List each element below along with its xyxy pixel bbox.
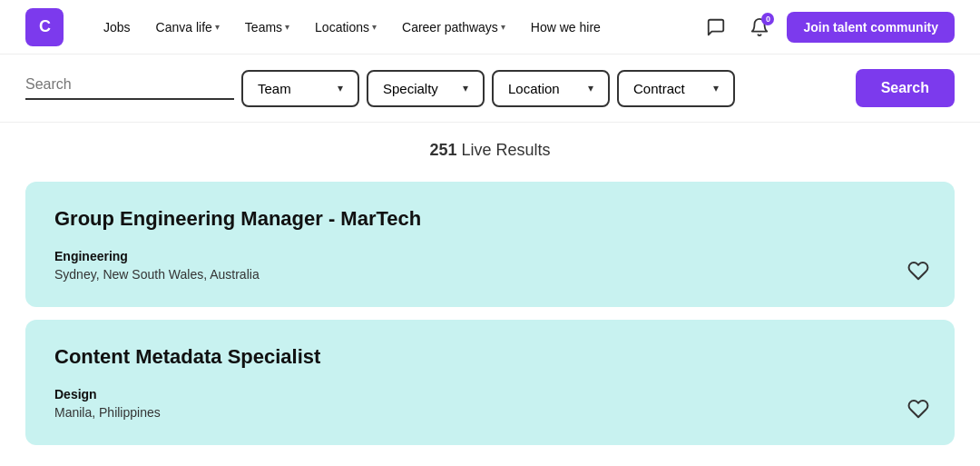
search-input-wrap[interactable]	[25, 76, 234, 100]
team-dropdown[interactable]: Team ▾	[241, 70, 359, 107]
chevron-down-icon: ▾	[372, 22, 377, 32]
specialty-dropdown[interactable]: Specialty ▾	[367, 70, 485, 107]
notification-badge: 0	[761, 13, 774, 25]
job-location-2: Manila, Philippines	[54, 405, 926, 420]
message-icon-button[interactable]	[700, 11, 732, 44]
results-label: Live Results	[462, 141, 551, 159]
join-talent-community-button[interactable]: Join talent community	[787, 12, 955, 43]
results-area: 251 Live Results Group Engineering Manag…	[0, 123, 980, 466]
chevron-down-icon: ▾	[463, 82, 468, 94]
chevron-down-icon: ▾	[338, 82, 343, 94]
nav-career-pathways[interactable]: Career pathways ▾	[391, 15, 516, 40]
job-title-1: Group Engineering Manager - MarTech	[54, 207, 926, 231]
nav-teams[interactable]: Teams ▾	[234, 15, 300, 40]
job-department-1: Engineering	[54, 249, 926, 263]
results-count: 251 Live Results	[25, 141, 955, 160]
logo[interactable]: C	[25, 8, 64, 46]
notification-icon-button[interactable]: 0	[743, 11, 776, 44]
navbar: C Jobs Canva life ▾ Teams ▾ Locations ▾ …	[0, 0, 980, 55]
chevron-down-icon: ▾	[501, 22, 505, 32]
save-job-button-2[interactable]	[907, 398, 929, 423]
contract-dropdown[interactable]: Contract ▾	[617, 70, 735, 107]
chevron-down-icon: ▾	[215, 22, 220, 32]
nav-links: Jobs Canva life ▾ Teams ▾ Locations ▾ Ca…	[93, 15, 700, 40]
nav-right: 0 Join talent community	[700, 11, 955, 44]
job-card-2[interactable]: Content Metadata Specialist Design Manil…	[25, 320, 955, 445]
nav-jobs[interactable]: Jobs	[93, 15, 142, 40]
chevron-down-icon: ▾	[285, 22, 289, 32]
job-department-2: Design	[54, 387, 926, 402]
chevron-down-icon: ▾	[713, 82, 719, 94]
job-card-1[interactable]: Group Engineering Manager - MarTech Engi…	[25, 182, 955, 307]
job-location-1: Sydney, New South Wales, Australia	[54, 267, 926, 282]
search-input[interactable]	[25, 76, 234, 93]
nav-canva-life[interactable]: Canva life ▾	[145, 15, 230, 40]
chevron-down-icon: ▾	[588, 82, 593, 94]
nav-how-we-hire[interactable]: How we hire	[520, 15, 612, 40]
location-dropdown[interactable]: Location ▾	[492, 70, 610, 107]
results-number: 251	[429, 141, 456, 159]
search-button[interactable]: Search	[856, 69, 955, 107]
filter-bar: Team ▾ Specialty ▾ Location ▾ Contract ▾…	[0, 55, 980, 123]
job-title-2: Content Metadata Specialist	[54, 345, 926, 369]
save-job-button-1[interactable]	[907, 260, 929, 285]
logo-icon[interactable]: C	[25, 8, 64, 46]
nav-locations[interactable]: Locations ▾	[304, 15, 387, 40]
